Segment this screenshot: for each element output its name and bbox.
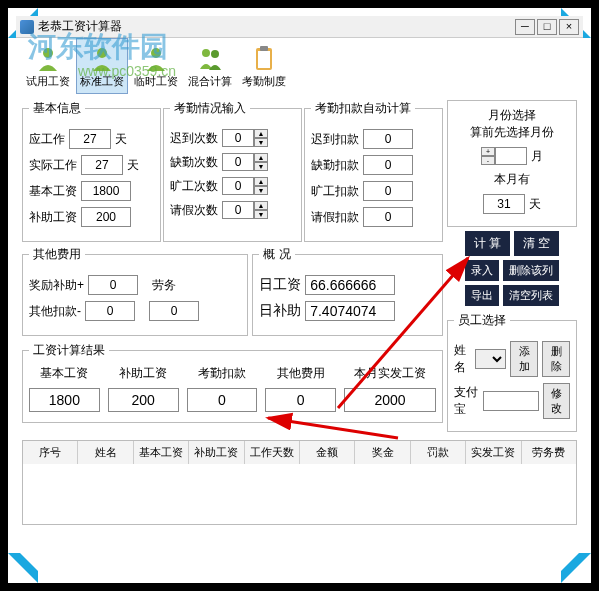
spin-up[interactable]: ▲ — [254, 177, 268, 186]
labor-label: 劳务 — [152, 277, 176, 294]
basic-info-legend: 基本信息 — [29, 100, 85, 117]
res-subsidy-label: 补助工资 — [108, 365, 179, 382]
svg-point-3 — [202, 49, 210, 57]
spin-up[interactable]: ▲ — [254, 201, 268, 210]
th-base[interactable]: 基本工资 — [134, 441, 189, 464]
spin-down[interactable]: ▼ — [254, 162, 268, 171]
month-spin-down[interactable]: - — [481, 156, 495, 165]
alipay-input[interactable] — [483, 391, 539, 411]
month-unit: 月 — [531, 148, 543, 165]
absent-deduct-input[interactable] — [363, 155, 413, 175]
month-days-input[interactable] — [483, 194, 525, 214]
should-work-input[interactable] — [69, 129, 111, 149]
res-final-label: 本月实发工资 — [344, 365, 436, 382]
del-emp-button[interactable]: 删除 — [542, 341, 570, 377]
absent-deduct-label: 缺勤扣款 — [311, 157, 359, 174]
spin-down[interactable]: ▼ — [254, 138, 268, 147]
labor-input[interactable] — [149, 301, 199, 321]
deduction-group: 考勤扣款自动计算 迟到扣款 缺勤扣款 旷工扣款 请假扣款 — [304, 100, 443, 242]
spin-up[interactable]: ▲ — [254, 129, 268, 138]
spin-down[interactable]: ▼ — [254, 210, 268, 219]
bonus-input[interactable] — [88, 275, 138, 295]
absent-count-input[interactable] — [222, 153, 254, 171]
tool-trial-salary[interactable]: 试用工资 — [22, 38, 74, 94]
base-salary-input[interactable] — [81, 181, 131, 201]
th-labor[interactable]: 劳务费 — [522, 441, 576, 464]
modify-button[interactable]: 修改 — [543, 383, 570, 419]
person-icon — [88, 44, 116, 72]
other-deduct-label: 其他扣款- — [29, 303, 81, 320]
tool-label: 标准工资 — [80, 74, 124, 89]
app-icon — [20, 20, 34, 34]
deduction-legend: 考勤扣款自动计算 — [311, 100, 415, 117]
th-name[interactable]: 姓名 — [78, 441, 133, 464]
truancy-count-input[interactable] — [222, 177, 254, 195]
day-subsidy-output — [305, 301, 395, 321]
svg-rect-6 — [260, 46, 268, 51]
tool-label: 临时工资 — [134, 74, 178, 89]
should-work-label: 应工作 — [29, 131, 65, 148]
actual-work-input[interactable] — [81, 155, 123, 175]
employee-group: 员工选择 姓名添加删除 支付宝修改 — [447, 312, 577, 432]
subsidy-label: 补助工资 — [29, 209, 77, 226]
truancy-deduct-label: 旷工扣款 — [311, 183, 359, 200]
leave-deduct-input[interactable] — [363, 207, 413, 227]
basic-info-group: 基本信息 应工作天 实际工作天 基本工资 补助工资 — [22, 100, 161, 242]
subsidy-input[interactable] — [81, 207, 131, 227]
th-final[interactable]: 实发工资 — [466, 441, 521, 464]
export-button[interactable]: 导出 — [465, 285, 499, 306]
tool-temp-salary[interactable]: 临时工资 — [130, 38, 182, 94]
tool-label: 试用工资 — [26, 74, 70, 89]
month-days-unit: 天 — [529, 196, 541, 213]
late-deduct-input[interactable] — [363, 129, 413, 149]
th-subsidy[interactable]: 补助工资 — [189, 441, 244, 464]
other-deduct-input[interactable] — [85, 301, 135, 321]
res-other-output — [265, 388, 336, 412]
result-group: 工资计算结果 基本工资 补助工资 考勤扣款 其他费用 本月实发工资 — [22, 342, 443, 423]
th-index[interactable]: 序号 — [23, 441, 78, 464]
svg-rect-7 — [258, 51, 270, 68]
spin-up[interactable]: ▲ — [254, 153, 268, 162]
leave-count-input[interactable] — [222, 201, 254, 219]
spin-down[interactable]: ▼ — [254, 186, 268, 195]
person-icon — [34, 44, 62, 72]
overview-legend: 概 况 — [259, 246, 294, 263]
res-base-label: 基本工资 — [29, 365, 100, 382]
res-other-label: 其他费用 — [265, 365, 336, 382]
th-penalty[interactable]: 罚款 — [411, 441, 466, 464]
res-subsidy-output — [108, 388, 179, 412]
month-input[interactable] — [495, 147, 527, 165]
tool-mixed-calc[interactable]: 混合计算 — [184, 38, 236, 94]
tool-attendance-rules[interactable]: 考勤制度 — [238, 38, 290, 94]
emp-name-label: 姓名 — [454, 342, 471, 376]
bonus-label: 奖励补助+ — [29, 277, 84, 294]
delete-row-button[interactable]: 删除该列 — [503, 260, 559, 281]
late-count-input[interactable] — [222, 129, 254, 147]
other-fees-group: 其他费用 奖励补助+劳务 其他扣款- — [22, 246, 248, 336]
input-button[interactable]: 录入 — [465, 260, 499, 281]
table-body[interactable] — [23, 464, 576, 524]
tool-standard-salary[interactable]: 标准工资 — [76, 38, 128, 94]
svg-point-2 — [151, 48, 161, 58]
base-salary-label: 基本工资 — [29, 183, 77, 200]
close-button[interactable]: × — [559, 19, 579, 35]
clear-list-button[interactable]: 清空列表 — [503, 285, 559, 306]
day-salary-label: 日工资 — [259, 276, 301, 294]
attendance-input-group: 考勤情况输入 迟到次数▲▼ 缺勤次数▲▼ 旷工次数▲▼ 请假次数▲▼ — [163, 100, 302, 242]
clear-button[interactable]: 清 空 — [514, 231, 559, 256]
th-bonus[interactable]: 奖金 — [355, 441, 410, 464]
truancy-count-label: 旷工次数 — [170, 178, 218, 195]
calculate-button[interactable]: 计 算 — [465, 231, 510, 256]
emp-name-select[interactable] — [475, 349, 506, 369]
truancy-deduct-input[interactable] — [363, 181, 413, 201]
maximize-button[interactable]: □ — [537, 19, 557, 35]
th-workdays[interactable]: 工作天数 — [245, 441, 300, 464]
th-amount[interactable]: 金额 — [300, 441, 355, 464]
add-emp-button[interactable]: 添加 — [510, 341, 538, 377]
month-spin-up[interactable]: + — [481, 147, 495, 156]
tool-label: 考勤制度 — [242, 74, 286, 89]
data-table: 序号 姓名 基本工资 补助工资 工作天数 金额 奖金 罚款 实发工资 劳务费 — [22, 440, 577, 525]
minimize-button[interactable]: ─ — [515, 19, 535, 35]
svg-point-1 — [97, 48, 107, 58]
result-legend: 工资计算结果 — [29, 342, 109, 359]
